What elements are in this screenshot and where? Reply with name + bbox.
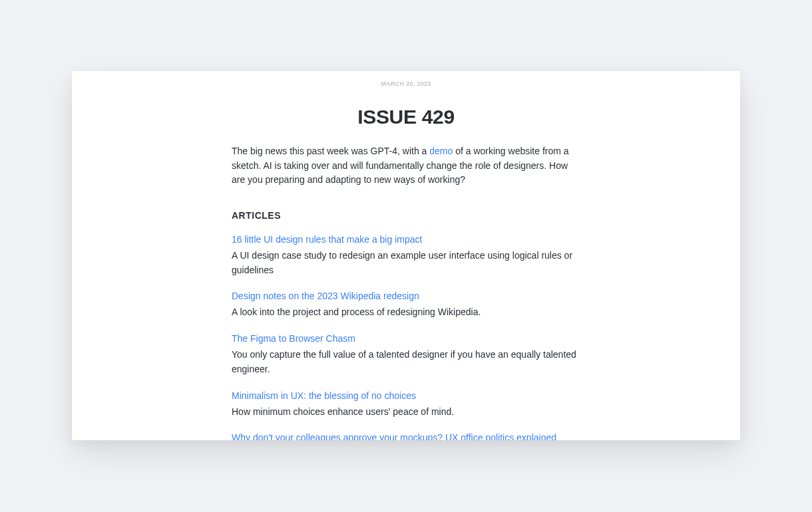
intro-demo-link[interactable]: demo [429,146,453,156]
intro-paragraph: The big news this past week was GPT-4, w… [232,144,580,188]
article-link[interactable]: Design notes on the 2023 Wikipedia redes… [232,289,419,303]
issue-title: ISSUE 429 [232,106,580,128]
newsletter-page: MARCH 20, 2023 ISSUE 429 The big news th… [72,71,740,440]
article-description: How minimum choices enhance users' peace… [232,405,580,420]
article-link[interactable]: Why don't your colleagues approve your m… [232,431,556,440]
article-link[interactable]: 16 little UI design rules that make a bi… [232,233,422,247]
article-item: 16 little UI design rules that make a bi… [232,233,580,277]
content-column: MARCH 20, 2023 ISSUE 429 The big news th… [232,71,580,440]
article-description: A look into the project and process of r… [232,305,580,320]
article-item: Design notes on the 2023 Wikipedia redes… [232,289,580,320]
article-item: Minimalism in UX: the blessing of no cho… [232,389,580,420]
article-item: The Figma to Browser Chasm You only capt… [232,332,580,376]
article-description: A UI design case study to redesign an ex… [232,249,580,277]
articles-heading: ARTICLES [232,210,580,221]
article-link[interactable]: Minimalism in UX: the blessing of no cho… [232,389,416,403]
article-link[interactable]: The Figma to Browser Chasm [232,332,355,346]
article-item: Why don't your colleagues approve your m… [232,431,580,440]
intro-text-before: The big news this past week was GPT-4, w… [232,146,429,156]
issue-date: MARCH 20, 2023 [232,80,580,87]
articles-list: 16 little UI design rules that make a bi… [232,233,580,440]
article-description: You only capture the full value of a tal… [232,348,580,376]
